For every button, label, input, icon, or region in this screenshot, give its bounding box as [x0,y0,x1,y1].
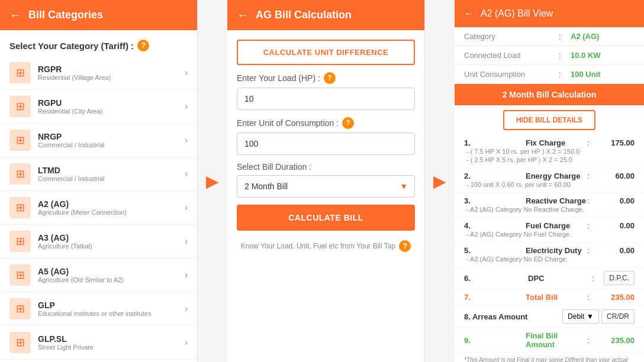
help-icon[interactable]: ? [342,117,354,129]
fuel-charge-sub: - A2 (AG) Category No Fuel Charge. [464,230,635,238]
category-text: GLP Educational institutes or other inst… [38,300,178,317]
fix-charge-sub1: - ( 7.5 HP X 10 rs. per HP ) X 2 = 150.0 [464,147,635,156]
load-label-text: Enter Your Load (HP) : [237,73,320,83]
duration-select-wrapper: 1 Month Bill 2 Month Bill 3 Month Bill ▼ [237,175,415,198]
info-row-connected-load: Connected Load : 10.0 KW [455,46,644,65]
unit-input[interactable] [237,132,415,155]
category-name: A5 (AG) [38,267,178,276]
colon: : [587,221,599,230]
energy-charge-sub: - 100 unit X 0.60 rs. per unit = 60.00 [464,180,635,189]
electricity-duty-value: 0.00 [599,246,635,255]
list-item[interactable]: ⊞ RGPR Residential (Village Area) › [0,56,197,90]
final-bill-value: 235.00 [599,336,635,345]
crdr-box: CR/DR [601,309,635,324]
dpc-row: 6. DPC : D.P.C. [455,267,644,289]
help-icon[interactable]: ? [137,40,149,51]
hide-bill-details-button[interactable]: HIDE BILL DETAILS [503,110,595,130]
category-name: GLP [38,300,178,310]
panel3-header: ← A2 (AG) Bill View [455,0,644,27]
chevron-right-icon: › [185,236,188,247]
reactive-charge-name: Reactive Charge [526,196,587,205]
colon: : [587,196,599,205]
category-sub: Street Light Private [38,344,178,351]
dpc-name: DPC [528,274,592,283]
list-item[interactable]: ⊞ NRGP Commercial / Industrial › [0,124,197,157]
ag-bill-calculation-panel: ← AG Bill Calculation CALCULATE UNIT DIF… [227,0,425,362]
electricity-duty-name: Electricity Duty [526,246,587,255]
panel1-to-panel2-arrow: ▶ [198,0,227,362]
help-icon[interactable]: ? [399,240,411,252]
panel2-header: ← AG Bill Calculation [227,0,424,30]
total-bill-name: Total Bill [526,293,587,302]
list-item[interactable]: ⊞ A3 (AG) Agriculture (Tatkal) › [0,225,197,258]
category-text: NRGP Commercial / Industrial [38,132,178,148]
info-row-category: Category : A2 (AG) [455,27,644,46]
list-item[interactable]: ⊞ GLP Educational institutes or other in… [0,292,197,326]
final-bill-num: 9. [464,336,526,345]
chevron-right-icon: › [185,101,188,112]
category-icon: ⊞ [9,62,31,83]
category-text: LTMD Commercial / Industrial [38,166,178,182]
panel2-title: AG Bill Calculation [256,9,352,21]
category-icon: ⊞ [9,197,31,218]
reactive-charge-row: 3. Reactive Charge : 0.00 - A2 (AG) Cate… [455,193,644,218]
total-bill-num: 7. [464,293,526,302]
chevron-right-icon: › [185,67,188,78]
duration-label-text: Select Bill Duration : [237,162,311,172]
bill-categories-panel: ← Bill Categories Select Your Category (… [0,0,198,362]
fix-charge-row: 1. Fix Charge : 175.00 - ( 7.5 HP X 10 r… [455,135,644,168]
category-text: GLP.SL Street Light Private [38,334,178,351]
bill-view-panel: ← A2 (AG) Bill View Category : A2 (AG) C… [455,0,644,362]
colon: : [587,172,599,180]
help-icon[interactable]: ? [324,72,336,84]
category-name: NRGP [38,132,178,141]
colon: : [587,138,599,147]
duration-select[interactable]: 1 Month Bill 2 Month Bill 3 Month Bill [237,175,415,198]
calculate-unit-diff-button[interactable]: CALCULATE UNIT DIFFERENCE [237,40,415,65]
calc-body: CALCULATE UNIT DIFFERENCE Enter Your Loa… [227,30,424,362]
panel1-title: Bill Categories [28,9,103,21]
energy-charge-name: Energy Charge [526,172,587,180]
arreas-num: 8. [464,312,471,321]
category-sub: Residential (Village Area) [38,74,178,81]
load-field-group: Enter Your Load (HP) : ? [237,72,415,110]
panel1-back-button[interactable]: ← [9,8,21,22]
debit-dropdown[interactable]: Debit ▼ [562,309,599,324]
panel2-to-panel3-arrow: ▶ [425,0,455,362]
list-item[interactable]: ⊞ GLP.SL Street Light Private › [0,326,197,360]
total-bill-value: 235.00 [599,293,635,302]
category-name: GLP.SL [38,334,178,344]
energy-charge-num: 2. [464,172,526,180]
category-name: LTMD [38,166,178,175]
chevron-right-icon: › [185,337,188,348]
panel2-back-button[interactable]: ← [237,8,249,22]
category-icon: ⊞ [9,231,31,252]
fix-charge-sub2: - ( 2.5 HP X 5 rs. per HP ) X 2 = 25.0 [464,156,635,164]
category-label: Select Your Category (Tariff) : ? [0,30,197,56]
electricity-duty-sub: - A2 (AG) Category No ED Charge. [464,255,635,263]
colon: : [587,336,599,345]
colon: : [587,293,599,302]
category-sub: Residential (City Area) [38,108,178,115]
list-item[interactable]: ⊞ A5 (AG) Agriculture (Old Similar to A2… [0,258,197,292]
energy-charge-row: 2. Energy Charge : 60.00 - 100 unit X 0.… [455,168,644,193]
chevron-right-icon: › [185,270,188,280]
reactive-charge-value: 0.00 [599,196,635,205]
colon: : [559,70,571,79]
panel3-back-button[interactable]: ← [464,8,474,19]
load-input[interactable] [237,88,415,110]
fuel-charge-name: Fuel Charge [526,221,587,230]
category-sub: Agriculture (Old Similar to A2) [38,276,178,283]
unit-label-text: Enter Unit of Consumption : [237,118,339,128]
category-icon: ⊞ [9,298,31,319]
arreas-controls: Debit ▼ CR/DR [562,309,635,324]
list-item[interactable]: ⊞ LTMD Commercial / Industrial › [0,157,197,191]
list-item[interactable]: ⊞ A2 (AG) Agriculture (Meter Connection)… [0,191,197,225]
electricity-duty-row: 5. Electricity Duty : 0.00 - A2 (AG) Cat… [455,243,644,267]
category-text: A3 (AG) Agriculture (Tatkal) [38,233,178,250]
calculate-bill-button[interactable]: CALCULATE BILL [237,205,415,231]
total-bill-row: 7. Total Bill : 235.00 [455,289,644,306]
connected-load-key: Connected Load [464,51,559,60]
list-item[interactable]: ⊞ RGPU Residential (City Area) › [0,90,197,124]
chevron-right-icon: › [185,135,188,146]
